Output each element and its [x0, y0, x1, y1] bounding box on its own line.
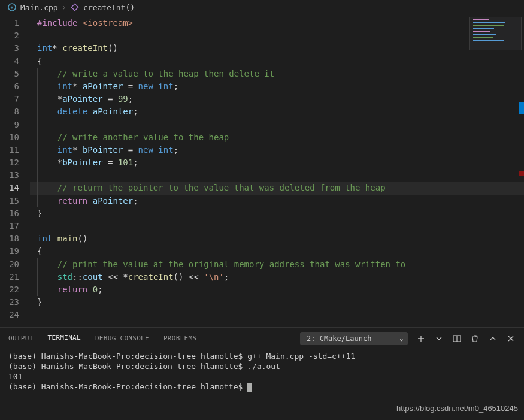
split-terminal-icon[interactable] [452, 334, 462, 343]
code-line[interactable]: } [30, 207, 524, 220]
overview-ruler[interactable] [519, 14, 524, 327]
code-line[interactable]: } [30, 296, 524, 309]
line-number: 18 [0, 232, 19, 245]
tab-debug-console[interactable]: DEBUG CONSOLE [95, 334, 149, 342]
line-number: 11 [0, 144, 19, 156]
code-line[interactable]: return 0; [30, 283, 524, 296]
code-content[interactable]: #include <iostream>int* createInt(){ // … [30, 14, 524, 327]
terminal-line: 101 [8, 371, 516, 382]
new-terminal-icon[interactable] [416, 334, 426, 343]
code-line[interactable]: // write a value to the heap then delete… [30, 68, 524, 80]
breadcrumb-file[interactable]: Main.cpp [20, 3, 58, 12]
code-line[interactable]: int* createInt() [30, 42, 524, 55]
line-number: 3 [0, 42, 19, 55]
code-line[interactable]: int* aPointer = new int; [30, 80, 524, 93]
code-line[interactable]: delete aPointer; [30, 105, 524, 118]
kill-terminal-icon[interactable] [470, 334, 480, 343]
panel-tabs: OUTPUT TERMINAL DEBUG CONSOLE PROBLEMS 2… [0, 328, 524, 349]
code-line[interactable]: *bPointer = 101; [30, 156, 524, 169]
line-number-gutter: 123456789101112131415161718192021222324 [0, 14, 30, 327]
line-number: 17 [0, 220, 19, 232]
maximize-panel-icon[interactable] [488, 334, 498, 343]
chevron-down-icon[interactable] [434, 334, 444, 343]
line-number: 4 [0, 55, 19, 68]
code-line[interactable]: #include <iostream> [30, 17, 524, 29]
line-number: 6 [0, 80, 19, 93]
line-number: 23 [0, 296, 19, 309]
close-panel-icon[interactable] [506, 334, 516, 343]
line-number: 16 [0, 207, 19, 220]
line-number: 24 [0, 309, 19, 321]
ruler-cursor-mark [519, 102, 524, 114]
terminal-line: (base) Hamishs-MacBook-Pro:decision-tree… [8, 382, 516, 392]
line-number: 22 [0, 283, 19, 296]
panel-controls: 2: CMake/Launch [300, 332, 516, 345]
terminal-line: (base) Hamishs-MacBook-Pro:decision-tree… [8, 351, 516, 361]
chevron-right-icon: › [62, 2, 66, 12]
svg-rect-2 [71, 4, 78, 10]
tab-problems[interactable]: PROBLEMS [163, 334, 196, 342]
code-line[interactable] [30, 169, 524, 182]
line-number: 14 [0, 182, 19, 194]
code-line[interactable]: // return the pointer to the value that … [30, 182, 524, 194]
line-number: 9 [0, 119, 19, 131]
code-line[interactable]: { [30, 55, 524, 68]
code-line[interactable]: int* bPointer = new int; [30, 144, 524, 156]
tab-output[interactable]: OUTPUT [8, 334, 34, 342]
editor-area[interactable]: 123456789101112131415161718192021222324 … [0, 14, 524, 327]
line-number: 5 [0, 68, 19, 80]
code-line[interactable]: *aPointer = 99; [30, 93, 524, 105]
line-number: 19 [0, 245, 19, 258]
line-number: 13 [0, 169, 19, 182]
line-number: 10 [0, 131, 19, 144]
line-number: 2 [0, 29, 19, 42]
code-line[interactable] [30, 309, 524, 321]
svg-text:+: + [11, 5, 14, 10]
ruler-error-mark [519, 171, 524, 176]
code-line[interactable] [30, 220, 524, 232]
code-line[interactable]: int main() [30, 232, 524, 245]
code-line[interactable]: return aPointer; [30, 195, 524, 207]
line-number: 21 [0, 271, 19, 283]
code-line[interactable] [30, 119, 524, 131]
code-line[interactable]: { [30, 245, 524, 258]
terminal-select-dropdown[interactable]: 2: CMake/Launch [300, 332, 408, 345]
line-number: 12 [0, 156, 19, 169]
watermark-text: https://blog.csdn.net/m0_46510245 [396, 404, 518, 413]
breadcrumb-symbol[interactable]: createInt() [83, 3, 135, 12]
terminal-cursor [247, 383, 252, 392]
breadcrumb[interactable]: + Main.cpp › createInt() [0, 0, 524, 14]
code-line[interactable]: std::cout << *createInt() << '\n'; [30, 271, 524, 283]
symbol-method-icon [70, 2, 80, 12]
code-line[interactable]: // write another value to the heap [30, 131, 524, 144]
line-number: 1 [0, 17, 19, 29]
line-number: 20 [0, 258, 19, 271]
tab-terminal[interactable]: TERMINAL [48, 334, 81, 343]
line-number: 8 [0, 105, 19, 118]
terminal-line: (base) Hamishs-MacBook-Pro:decision-tree… [8, 361, 516, 371]
minimap[interactable] [469, 17, 522, 50]
cpp-file-icon: + [7, 2, 17, 12]
code-line[interactable] [30, 29, 524, 42]
line-number: 15 [0, 195, 19, 207]
line-number: 7 [0, 93, 19, 105]
code-line[interactable]: // print the value at the original memor… [30, 258, 524, 271]
